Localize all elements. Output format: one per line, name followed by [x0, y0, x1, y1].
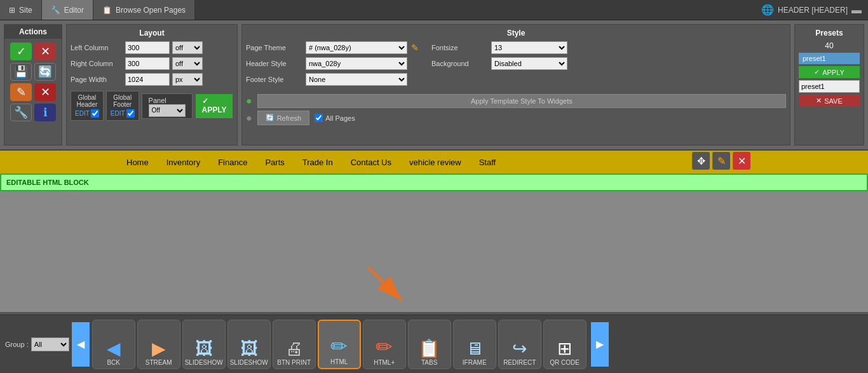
- nav-parts[interactable]: Parts: [256, 151, 293, 173]
- global-header-btn[interactable]: Global Header EDIT: [71, 91, 104, 121]
- top-bar: ⊞ Site 🔧 Editor 📋 Browse Open Pages 🌐 HE…: [0, 0, 868, 20]
- background-select[interactable]: Disabled: [491, 57, 567, 70]
- action-refresh[interactable]: 🔄: [34, 63, 56, 81]
- right-column-label: Right Column: [71, 60, 123, 67]
- tab-editor[interactable]: 🔧 Editor: [42, 0, 93, 20]
- slideshow1-label: SLIDESHOW: [185, 359, 223, 366]
- tool-slideshow1[interactable]: 🖼 SLIDESHOW: [182, 320, 226, 369]
- nav-tradein[interactable]: Trade In: [294, 151, 342, 173]
- tool-bck[interactable]: ◀ BCK: [92, 320, 135, 369]
- tab-browse[interactable]: 📋 Browse Open Pages: [93, 0, 195, 20]
- bottom-toolbar: Group : All ◀ ◀ BCK ▶ STREAM 🖼 SLIDESHOW…: [0, 315, 868, 373]
- tool-html[interactable]: ✏ HTML: [318, 320, 361, 369]
- qr-code-icon: ⊞: [557, 338, 572, 359]
- redirect-icon: ↪: [512, 338, 527, 359]
- nav-contact[interactable]: Contact Us: [342, 151, 400, 173]
- slideshow2-label: SLIDESHOW: [230, 359, 268, 366]
- nav-home[interactable]: Home: [118, 151, 158, 173]
- global-header-checkbox[interactable]: [91, 109, 99, 118]
- tool-qr-code[interactable]: ⊞ QR CODE: [543, 320, 587, 369]
- action-check-green[interactable]: ✓: [10, 43, 32, 60]
- tab-editor-label: Editor: [64, 6, 84, 15]
- nav-inventory[interactable]: Inventory: [158, 151, 209, 173]
- tool-iframe[interactable]: 🖥 IFRAME: [453, 320, 496, 369]
- right-column-row: Right Column offon: [71, 57, 233, 70]
- iframe-label: IFRAME: [463, 359, 487, 366]
- header-style-row: Header Style nwa_028y: [246, 57, 419, 70]
- checkmark-icon: ✓: [202, 97, 208, 105]
- scroll-left-button[interactable]: ◀: [72, 322, 90, 367]
- action-delete[interactable]: ✕: [34, 83, 56, 101]
- fontsize-select[interactable]: 13: [491, 41, 567, 54]
- nav-close-button[interactable]: ✕: [733, 152, 750, 170]
- tabs-label: TABS: [421, 359, 437, 366]
- redirect-label: REDIRECT: [503, 359, 536, 366]
- nav-vehicle-review[interactable]: vehicle review: [400, 151, 470, 173]
- layout-apply-button[interactable]: ✓ APPLY: [195, 93, 234, 119]
- monitor-icon[interactable]: ▬: [851, 4, 862, 16]
- right-column-select[interactable]: offon: [172, 57, 203, 70]
- nav-staff[interactable]: Staff: [470, 151, 505, 173]
- nav-edit-button[interactable]: ✎: [712, 152, 730, 170]
- action-x-red[interactable]: ✕: [34, 43, 56, 60]
- preset-name-input[interactable]: [799, 80, 860, 93]
- page-preview: Home Inventory Finance Parts Trade In Co…: [0, 151, 868, 312]
- right-column-input[interactable]: [125, 57, 170, 70]
- page-width-row: Page Width px%: [71, 73, 233, 86]
- scroll-right-button[interactable]: ▶: [591, 322, 609, 367]
- header-style-select[interactable]: nwa_028y: [306, 57, 407, 70]
- apply-template-row: ● Apply Template Style To Widgets: [246, 94, 786, 108]
- header-label: HEADER [HEADER]: [778, 6, 848, 15]
- page-width-label: Page Width: [71, 76, 123, 83]
- nav-move-button[interactable]: ✥: [692, 152, 710, 170]
- global-footer-btn[interactable]: Global Footer EDIT: [106, 91, 139, 121]
- preset-item[interactable]: preset1: [799, 53, 860, 64]
- tool-html-plus[interactable]: ✏ HTML+: [363, 320, 406, 369]
- nav-tools: ✥ ✎ ✕: [692, 152, 750, 170]
- refresh-button[interactable]: 🔄 Refresh: [257, 111, 310, 125]
- all-pages-label: All Pages: [325, 114, 355, 122]
- global-footer-checkbox[interactable]: [126, 109, 135, 118]
- html-label: HTML: [330, 358, 348, 365]
- save-icon: ✕: [816, 97, 822, 105]
- layout-apply-label: APPLY: [202, 105, 227, 114]
- stream-label: STREAM: [146, 359, 172, 366]
- left-column-input[interactable]: [125, 41, 170, 54]
- actions-title: Actions: [4, 25, 62, 39]
- action-save[interactable]: 💾: [10, 63, 32, 81]
- tool-tabs[interactable]: 📋 TABS: [408, 320, 451, 369]
- global-header-label: Global Header: [75, 94, 99, 108]
- page-width-unit-select[interactable]: px%: [172, 73, 203, 86]
- page-theme-select[interactable]: # (nwa_028y): [306, 41, 407, 54]
- all-pages-checkbox[interactable]: [315, 114, 323, 122]
- refresh-label: Refresh: [277, 114, 302, 122]
- editable-html-block[interactable]: EDITABLE HTML BLOCK: [0, 173, 868, 191]
- site-icon: ⊞: [9, 6, 15, 15]
- panel-select[interactable]: OffOn: [149, 104, 186, 117]
- action-edit[interactable]: ✎: [10, 83, 32, 101]
- tab-site[interactable]: ⊞ Site: [0, 0, 42, 20]
- html-plus-label: HTML+: [374, 359, 395, 366]
- page-theme-pencil-icon[interactable]: ✎: [411, 43, 419, 53]
- qr-code-label: QR CODE: [550, 359, 580, 366]
- tool-slideshow2[interactable]: 🖼 SLIDESHOW: [227, 320, 271, 369]
- layout-title: Layout: [71, 29, 233, 37]
- tool-stream[interactable]: ▶ STREAM: [137, 320, 180, 369]
- action-info[interactable]: ℹ: [34, 104, 56, 121]
- footer-style-select[interactable]: None: [306, 73, 407, 86]
- apply-template-button[interactable]: Apply Template Style To Widgets: [257, 94, 786, 108]
- page-width-input[interactable]: [125, 73, 170, 86]
- group-select[interactable]: All: [31, 337, 69, 351]
- action-wrench[interactable]: 🔧: [10, 104, 32, 121]
- background-label: Background: [431, 60, 487, 67]
- panel-button[interactable]: Panel OffOn: [142, 93, 193, 119]
- globe-icon: 🌐: [761, 4, 774, 16]
- left-column-select[interactable]: offon: [172, 41, 203, 54]
- presets-save-button[interactable]: ✕ SAVE: [799, 95, 860, 107]
- tool-btn-print[interactable]: 🖨 BTN PRINT: [273, 320, 316, 369]
- group-label: Group :: [5, 341, 29, 348]
- browse-icon: 📋: [102, 6, 112, 15]
- tool-redirect[interactable]: ↪ REDIRECT: [498, 320, 541, 369]
- nav-finance[interactable]: Finance: [209, 151, 256, 173]
- presets-apply-button[interactable]: ✓ APPLY: [799, 66, 860, 78]
